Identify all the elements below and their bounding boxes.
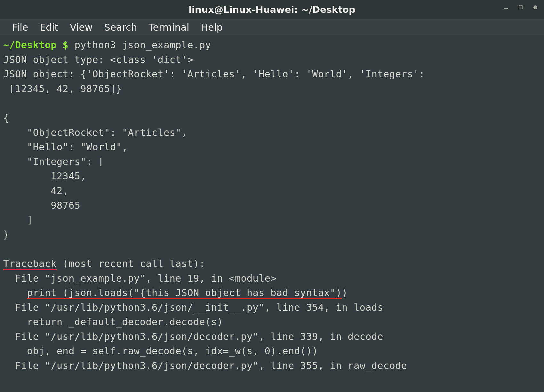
output-line: "Integers": [ [3,156,104,167]
traceback-error-line: print (json.loads("{this JSON object has… [27,287,342,298]
prompt-path: ~/Desktop [3,39,57,51]
output-line: 12345, [3,170,86,182]
command-text: python3 json_example.py [75,39,211,51]
traceback-line-pre [3,287,27,298]
titlebar: linux@Linux-Huawei: ~/Desktop [0,0,544,19]
svg-point-2 [533,5,537,9]
window-controls [503,4,538,10]
menu-view[interactable]: View [64,20,98,35]
traceback-line: File "/usr/lib/python3.6/json/decoder.py… [3,331,383,342]
traceback-line: File "/usr/lib/python3.6/json/__init__.p… [3,302,383,313]
traceback-line: File "/usr/lib/python3.6/json/decoder.py… [3,360,407,371]
output-line: 98765 [3,200,80,211]
menu-edit[interactable]: Edit [34,20,64,35]
svg-rect-1 [519,6,522,9]
output-line: } [3,229,9,240]
output-line: JSON object type: <class 'dict'> [3,54,193,65]
menu-terminal[interactable]: Terminal [143,20,195,35]
output-line: ] [3,214,33,225]
menubar: File Edit View Search Terminal Help [0,19,544,35]
terminal-output[interactable]: ~/Desktop $ python3 json_example.py JSON… [0,35,544,392]
output-line: { [3,112,9,123]
output-line: 42, [3,185,68,196]
prompt-dollar: $ [57,39,75,51]
traceback-header: Traceback [3,258,57,269]
close-button[interactable] [532,4,538,10]
output-line: "ObjectRocket": "Articles", [3,127,187,138]
maximize-button[interactable] [518,4,524,10]
menu-file[interactable]: File [6,20,34,35]
traceback-line: File "json_example.py", line 19, in <mod… [3,273,276,284]
traceback-line-post: ) [342,287,348,298]
traceback-line: return _default_decoder.decode(s) [3,316,223,327]
traceback-rest: (most recent call last): [57,258,205,269]
output-line: [12345, 42, 98765]} [3,83,122,94]
minimize-button[interactable] [503,4,509,10]
menu-help[interactable]: Help [195,20,228,35]
menu-search[interactable]: Search [99,20,143,35]
traceback-line: obj, end = self.raw_decode(s, idx=_w(s, … [3,345,318,357]
output-line: JSON object: {'ObjectRocket': 'Articles'… [3,68,425,80]
output-line: "Hello": "World", [3,141,128,153]
window-title: linux@Linux-Huawei: ~/Desktop [188,4,356,15]
